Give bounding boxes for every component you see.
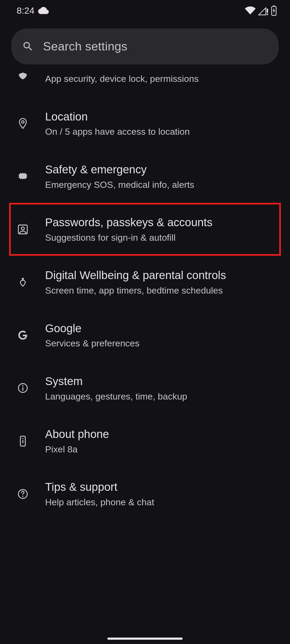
battery-charging-icon — [271, 5, 277, 16]
svg-point-12 — [22, 438, 23, 439]
settings-item-subtitle: Services & preferences — [45, 338, 274, 349]
help-icon — [15, 488, 31, 500]
settings-item-subtitle: Pixel 8a — [45, 444, 274, 455]
settings-item-about-phone[interactable]: About phone Pixel 8a — [0, 415, 290, 467]
settings-item-security-privacy[interactable]: App security, device lock, permissions — [0, 67, 290, 97]
settings-item-subtitle: Help articles, phone & chat — [45, 496, 274, 508]
search-settings-input[interactable]: Search settings — [11, 28, 279, 64]
settings-item-subtitle: App security, device lock, permissions — [45, 73, 274, 85]
svg-rect-3 — [273, 6, 275, 7]
svg-rect-11 — [22, 440, 23, 443]
signal-alert-icon — [258, 5, 269, 16]
settings-item-title: About phone — [45, 427, 274, 441]
settings-item-safety-emergency[interactable]: Safety & emergency Emergency SOS, medica… — [0, 150, 290, 203]
svg-point-6 — [22, 278, 24, 280]
settings-item-subtitle: Screen time, app timers, bedtime schedul… — [45, 285, 274, 297]
medical-icon — [15, 170, 31, 182]
settings-item-google[interactable]: Google Services & preferences — [0, 309, 290, 362]
search-icon — [22, 41, 34, 52]
navigation-handle[interactable] — [107, 638, 183, 640]
location-icon — [15, 118, 31, 129]
settings-item-title: Passwords, passkeys & accounts — [45, 215, 274, 230]
status-time: 8:24 — [17, 5, 34, 16]
cloud-icon — [38, 5, 49, 16]
settings-item-subtitle: Emergency SOS, medical info, alerts — [45, 179, 274, 191]
settings-item-texts: Safety & emergency Emergency SOS, medica… — [45, 162, 279, 191]
status-right — [245, 5, 277, 16]
svg-rect-1 — [267, 14, 268, 15]
settings-item-texts: System Languages, gestures, time, backup — [45, 374, 279, 402]
svg-point-14 — [22, 496, 23, 497]
svg-rect-8 — [22, 387, 23, 391]
settings-item-texts: Passwords, passkeys & accounts Suggestio… — [45, 215, 279, 243]
settings-item-title: Safety & emergency — [45, 162, 274, 177]
shield-icon — [15, 71, 31, 80]
svg-point-9 — [22, 385, 24, 387]
settings-item-texts: Tips & support Help articles, phone & ch… — [45, 480, 279, 508]
google-icon — [15, 329, 31, 341]
svg-point-5 — [21, 227, 24, 230]
settings-item-title: Digital Wellbeing & parental controls — [45, 268, 274, 283]
info-icon — [15, 382, 31, 394]
settings-item-subtitle: On / 5 apps have access to location — [45, 126, 274, 138]
status-bar: 8:24 — [0, 0, 290, 21]
settings-item-title: Google — [45, 321, 274, 336]
settings-item-subtitle: Languages, gestures, time, backup — [45, 391, 274, 402]
wellbeing-icon — [15, 276, 31, 288]
settings-item-texts: Google Services & preferences — [45, 321, 279, 349]
settings-item-title: Tips & support — [45, 480, 274, 494]
settings-item-digital-wellbeing[interactable]: Digital Wellbeing & parental controls Sc… — [0, 256, 290, 309]
settings-item-location[interactable]: Location On / 5 apps have access to loca… — [0, 97, 290, 150]
search-wrap: Search settings — [0, 21, 290, 64]
settings-item-passwords-accounts[interactable]: Passwords, passkeys & accounts Suggestio… — [9, 203, 281, 256]
status-left: 8:24 — [17, 5, 49, 16]
settings-item-title: System — [45, 374, 274, 389]
settings-item-texts: About phone Pixel 8a — [45, 427, 279, 455]
wifi-icon — [245, 5, 256, 16]
search-placeholder: Search settings — [43, 39, 128, 53]
svg-rect-0 — [267, 9, 268, 13]
account-box-icon — [15, 224, 31, 235]
settings-item-system[interactable]: System Languages, gestures, time, backup — [0, 362, 290, 415]
phone-info-icon — [15, 435, 31, 447]
settings-item-tips-support[interactable]: Tips & support Help articles, phone & ch… — [0, 467, 290, 520]
settings-item-texts: App security, device lock, permissions — [45, 71, 279, 85]
settings-list: App security, device lock, permissions L… — [0, 64, 290, 521]
settings-item-subtitle: Suggestions for sign-in & autofill — [45, 232, 274, 244]
settings-item-texts: Digital Wellbeing & parental controls Sc… — [45, 268, 279, 296]
settings-item-texts: Location On / 5 apps have access to loca… — [45, 109, 279, 138]
settings-item-title: Location — [45, 109, 274, 124]
